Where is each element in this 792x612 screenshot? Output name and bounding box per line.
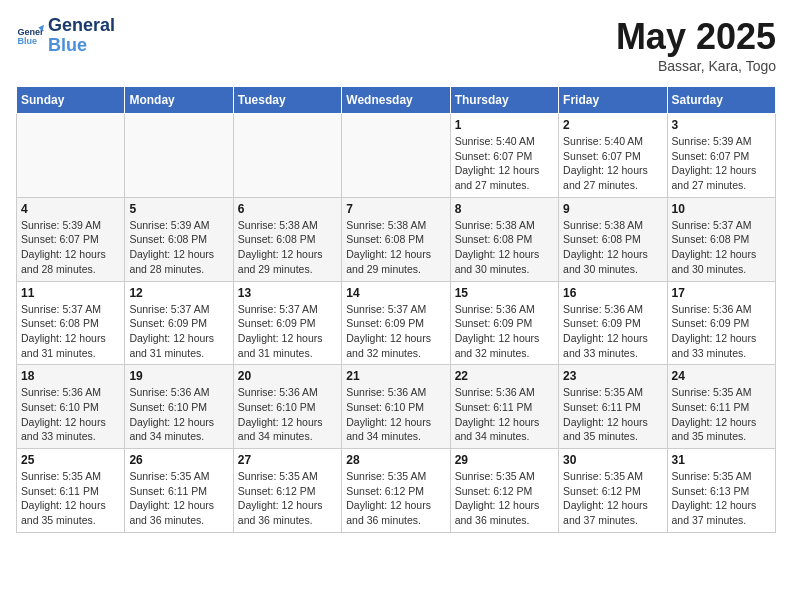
day-info: Sunrise: 5:38 AM Sunset: 6:08 PM Dayligh…: [455, 218, 554, 277]
calendar-week-row: 25Sunrise: 5:35 AM Sunset: 6:11 PM Dayli…: [17, 449, 776, 533]
calendar-cell: 6Sunrise: 5:38 AM Sunset: 6:08 PM Daylig…: [233, 197, 341, 281]
calendar-cell: 21Sunrise: 5:36 AM Sunset: 6:10 PM Dayli…: [342, 365, 450, 449]
day-info: Sunrise: 5:36 AM Sunset: 6:09 PM Dayligh…: [672, 302, 771, 361]
calendar-cell: 11Sunrise: 5:37 AM Sunset: 6:08 PM Dayli…: [17, 281, 125, 365]
day-number: 13: [238, 286, 337, 300]
day-info: Sunrise: 5:37 AM Sunset: 6:08 PM Dayligh…: [21, 302, 120, 361]
day-info: Sunrise: 5:35 AM Sunset: 6:11 PM Dayligh…: [21, 469, 120, 528]
day-number: 3: [672, 118, 771, 132]
calendar-cell: 23Sunrise: 5:35 AM Sunset: 6:11 PM Dayli…: [559, 365, 667, 449]
day-number: 29: [455, 453, 554, 467]
day-number: 26: [129, 453, 228, 467]
day-info: Sunrise: 5:40 AM Sunset: 6:07 PM Dayligh…: [563, 134, 662, 193]
day-number: 9: [563, 202, 662, 216]
day-number: 22: [455, 369, 554, 383]
day-info: Sunrise: 5:35 AM Sunset: 6:12 PM Dayligh…: [455, 469, 554, 528]
day-info: Sunrise: 5:37 AM Sunset: 6:08 PM Dayligh…: [672, 218, 771, 277]
day-info: Sunrise: 5:35 AM Sunset: 6:11 PM Dayligh…: [129, 469, 228, 528]
day-number: 30: [563, 453, 662, 467]
day-info: Sunrise: 5:38 AM Sunset: 6:08 PM Dayligh…: [563, 218, 662, 277]
calendar-cell: 4Sunrise: 5:39 AM Sunset: 6:07 PM Daylig…: [17, 197, 125, 281]
day-info: Sunrise: 5:35 AM Sunset: 6:11 PM Dayligh…: [563, 385, 662, 444]
weekday-header-tuesday: Tuesday: [233, 87, 341, 114]
day-number: 21: [346, 369, 445, 383]
day-number: 25: [21, 453, 120, 467]
calendar-cell: 5Sunrise: 5:39 AM Sunset: 6:08 PM Daylig…: [125, 197, 233, 281]
calendar-cell: 27Sunrise: 5:35 AM Sunset: 6:12 PM Dayli…: [233, 449, 341, 533]
day-number: 11: [21, 286, 120, 300]
day-number: 27: [238, 453, 337, 467]
day-number: 12: [129, 286, 228, 300]
day-number: 10: [672, 202, 771, 216]
day-info: Sunrise: 5:35 AM Sunset: 6:12 PM Dayligh…: [238, 469, 337, 528]
weekday-header-monday: Monday: [125, 87, 233, 114]
day-info: Sunrise: 5:36 AM Sunset: 6:10 PM Dayligh…: [129, 385, 228, 444]
day-number: 20: [238, 369, 337, 383]
day-info: Sunrise: 5:35 AM Sunset: 6:13 PM Dayligh…: [672, 469, 771, 528]
calendar-cell: 9Sunrise: 5:38 AM Sunset: 6:08 PM Daylig…: [559, 197, 667, 281]
day-number: 28: [346, 453, 445, 467]
day-number: 19: [129, 369, 228, 383]
day-info: Sunrise: 5:39 AM Sunset: 6:08 PM Dayligh…: [129, 218, 228, 277]
day-number: 8: [455, 202, 554, 216]
calendar-cell: 19Sunrise: 5:36 AM Sunset: 6:10 PM Dayli…: [125, 365, 233, 449]
calendar-cell: 30Sunrise: 5:35 AM Sunset: 6:12 PM Dayli…: [559, 449, 667, 533]
day-info: Sunrise: 5:37 AM Sunset: 6:09 PM Dayligh…: [129, 302, 228, 361]
svg-text:Blue: Blue: [17, 36, 37, 46]
location-subtitle: Bassar, Kara, Togo: [616, 58, 776, 74]
calendar-cell: 31Sunrise: 5:35 AM Sunset: 6:13 PM Dayli…: [667, 449, 775, 533]
day-info: Sunrise: 5:35 AM Sunset: 6:11 PM Dayligh…: [672, 385, 771, 444]
weekday-header-row: SundayMondayTuesdayWednesdayThursdayFrid…: [17, 87, 776, 114]
day-info: Sunrise: 5:38 AM Sunset: 6:08 PM Dayligh…: [346, 218, 445, 277]
day-number: 5: [129, 202, 228, 216]
calendar-cell: 1Sunrise: 5:40 AM Sunset: 6:07 PM Daylig…: [450, 114, 558, 198]
day-info: Sunrise: 5:36 AM Sunset: 6:10 PM Dayligh…: [21, 385, 120, 444]
calendar-week-row: 11Sunrise: 5:37 AM Sunset: 6:08 PM Dayli…: [17, 281, 776, 365]
day-number: 1: [455, 118, 554, 132]
day-number: 24: [672, 369, 771, 383]
day-info: Sunrise: 5:36 AM Sunset: 6:10 PM Dayligh…: [346, 385, 445, 444]
day-number: 23: [563, 369, 662, 383]
day-number: 7: [346, 202, 445, 216]
day-info: Sunrise: 5:36 AM Sunset: 6:11 PM Dayligh…: [455, 385, 554, 444]
calendar-cell: 16Sunrise: 5:36 AM Sunset: 6:09 PM Dayli…: [559, 281, 667, 365]
logo-text: GeneralBlue: [48, 16, 115, 56]
day-number: 17: [672, 286, 771, 300]
day-info: Sunrise: 5:39 AM Sunset: 6:07 PM Dayligh…: [21, 218, 120, 277]
calendar-cell: 14Sunrise: 5:37 AM Sunset: 6:09 PM Dayli…: [342, 281, 450, 365]
calendar-cell: 20Sunrise: 5:36 AM Sunset: 6:10 PM Dayli…: [233, 365, 341, 449]
day-info: Sunrise: 5:36 AM Sunset: 6:10 PM Dayligh…: [238, 385, 337, 444]
calendar-cell: 17Sunrise: 5:36 AM Sunset: 6:09 PM Dayli…: [667, 281, 775, 365]
day-info: Sunrise: 5:35 AM Sunset: 6:12 PM Dayligh…: [563, 469, 662, 528]
day-number: 14: [346, 286, 445, 300]
calendar-cell: 7Sunrise: 5:38 AM Sunset: 6:08 PM Daylig…: [342, 197, 450, 281]
day-info: Sunrise: 5:40 AM Sunset: 6:07 PM Dayligh…: [455, 134, 554, 193]
calendar-cell: [233, 114, 341, 198]
calendar-week-row: 4Sunrise: 5:39 AM Sunset: 6:07 PM Daylig…: [17, 197, 776, 281]
weekday-header-friday: Friday: [559, 87, 667, 114]
weekday-header-sunday: Sunday: [17, 87, 125, 114]
weekday-header-wednesday: Wednesday: [342, 87, 450, 114]
day-number: 6: [238, 202, 337, 216]
calendar-cell: 15Sunrise: 5:36 AM Sunset: 6:09 PM Dayli…: [450, 281, 558, 365]
weekday-header-thursday: Thursday: [450, 87, 558, 114]
month-title: May 2025: [616, 16, 776, 58]
calendar-table: SundayMondayTuesdayWednesdayThursdayFrid…: [16, 86, 776, 533]
day-number: 16: [563, 286, 662, 300]
calendar-cell: 3Sunrise: 5:39 AM Sunset: 6:07 PM Daylig…: [667, 114, 775, 198]
day-info: Sunrise: 5:37 AM Sunset: 6:09 PM Dayligh…: [346, 302, 445, 361]
day-number: 2: [563, 118, 662, 132]
day-info: Sunrise: 5:36 AM Sunset: 6:09 PM Dayligh…: [455, 302, 554, 361]
day-number: 4: [21, 202, 120, 216]
logo-icon: General Blue: [16, 22, 44, 50]
day-info: Sunrise: 5:38 AM Sunset: 6:08 PM Dayligh…: [238, 218, 337, 277]
day-info: Sunrise: 5:39 AM Sunset: 6:07 PM Dayligh…: [672, 134, 771, 193]
calendar-week-row: 1Sunrise: 5:40 AM Sunset: 6:07 PM Daylig…: [17, 114, 776, 198]
weekday-header-saturday: Saturday: [667, 87, 775, 114]
calendar-cell: 18Sunrise: 5:36 AM Sunset: 6:10 PM Dayli…: [17, 365, 125, 449]
calendar-cell: 12Sunrise: 5:37 AM Sunset: 6:09 PM Dayli…: [125, 281, 233, 365]
calendar-cell: 10Sunrise: 5:37 AM Sunset: 6:08 PM Dayli…: [667, 197, 775, 281]
day-number: 31: [672, 453, 771, 467]
calendar-cell: [342, 114, 450, 198]
calendar-cell: 29Sunrise: 5:35 AM Sunset: 6:12 PM Dayli…: [450, 449, 558, 533]
